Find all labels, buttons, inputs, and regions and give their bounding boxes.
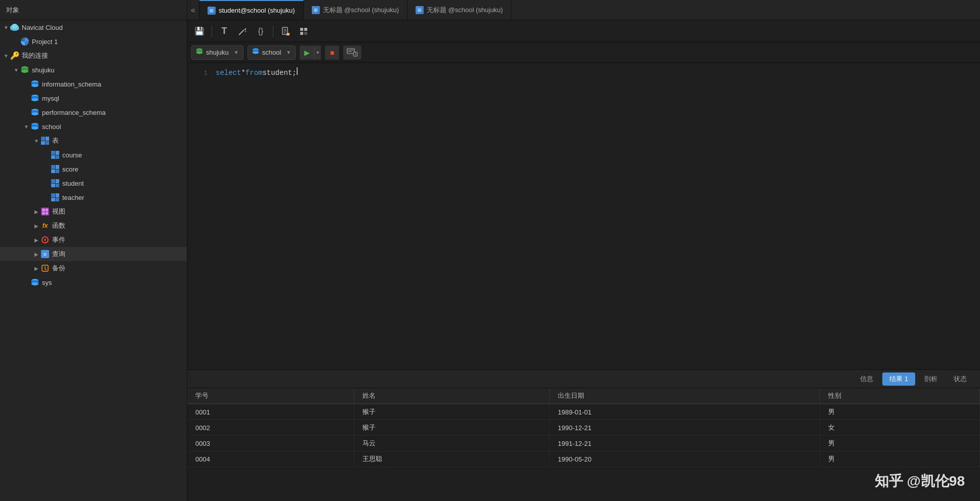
sidebar-item-project1[interactable]: Project 1 bbox=[0, 34, 187, 49]
tab-status[interactable]: 状态 bbox=[947, 372, 974, 386]
functions-icon: fx bbox=[40, 221, 50, 230]
query-keyword-from: from bbox=[246, 67, 263, 79]
query-editor[interactable]: 1 select * from student; bbox=[187, 63, 980, 369]
tab-untitled1[interactable]: ⊞ 无标题 @school (shujuku) bbox=[304, 0, 407, 20]
school-db-icon bbox=[30, 122, 39, 131]
right-panel: 💾 T {} ▼ shujuku ▼ bbox=[187, 20, 980, 501]
svg-point-20 bbox=[44, 239, 46, 241]
svg-point-12 bbox=[31, 98, 38, 101]
col-header-xingming[interactable]: 姓名 bbox=[354, 388, 549, 404]
query-keyword-select: select bbox=[216, 67, 241, 79]
svg-rect-47 bbox=[353, 52, 357, 56]
course-label: course bbox=[62, 151, 82, 159]
chevron-shujuku bbox=[12, 66, 20, 74]
tab-info[interactable]: 信息 bbox=[853, 372, 880, 386]
bottom-panel: 信息 结果 1 剖析 状态 学号 姓名 出生日期 性别 bbox=[187, 369, 980, 501]
query-identifier-student: student; bbox=[262, 67, 296, 79]
run-button[interactable]: ▶ bbox=[300, 46, 314, 60]
table-cell: 男 bbox=[820, 436, 979, 451]
sidebar-item-school[interactable]: school bbox=[0, 119, 187, 134]
sidebar-item-tables[interactable]: 表 bbox=[0, 134, 187, 148]
table-cell: 0004 bbox=[187, 451, 354, 467]
svg-rect-36 bbox=[300, 32, 303, 35]
format-button[interactable]: T bbox=[216, 23, 232, 39]
myconn-label: 我的连接 bbox=[22, 51, 48, 60]
sidebar-item-shujuku[interactable]: shujuku bbox=[0, 63, 187, 77]
toolbar: 💾 T {} ▼ bbox=[187, 20, 980, 43]
table-row: 0001猴子1989-01-01男 bbox=[187, 404, 980, 420]
db2-caret: ▼ bbox=[286, 50, 291, 55]
magic-button[interactable] bbox=[234, 23, 251, 39]
objects-tab[interactable]: 对象 bbox=[0, 0, 187, 20]
events-icon bbox=[40, 235, 50, 244]
sidebar-item-score[interactable]: score bbox=[0, 162, 187, 176]
run-btn-group: ▶ ▼ bbox=[300, 46, 321, 60]
chevron-functions bbox=[32, 222, 40, 230]
sidebar-item-mysql[interactable]: mysql bbox=[0, 91, 187, 105]
objects-label: 对象 bbox=[6, 6, 19, 15]
svg-point-15 bbox=[31, 112, 38, 115]
col-header-chushengriqi[interactable]: 出生日期 bbox=[549, 388, 820, 404]
db1-label: shujuku bbox=[206, 49, 229, 56]
score-label: score bbox=[62, 165, 78, 173]
query-operator-star: * bbox=[241, 67, 245, 79]
sidebar-item-events[interactable]: 事件 bbox=[0, 233, 187, 247]
chevron-views bbox=[32, 207, 40, 216]
table-cell: 0001 bbox=[187, 404, 354, 420]
sidebar-item-views[interactable]: 视图 bbox=[0, 204, 187, 219]
sidebar-item-teacher[interactable]: teacher bbox=[0, 190, 187, 204]
doc-button[interactable]: ▼ bbox=[277, 23, 294, 39]
svg-rect-34 bbox=[300, 28, 303, 31]
info-schema-icon bbox=[30, 79, 39, 89]
sidebar-item-student[interactable]: student bbox=[0, 176, 187, 190]
tab-result[interactable]: 结果 1 bbox=[882, 372, 915, 386]
col-header-xuehao[interactable]: 学号 bbox=[187, 388, 354, 404]
save-button[interactable]: 💾 bbox=[191, 23, 208, 39]
db2-selector[interactable]: school ▼ bbox=[248, 46, 296, 60]
svg-line-25 bbox=[239, 30, 244, 35]
sidebar-item-functions[interactable]: fx 函数 bbox=[0, 219, 187, 233]
tab-analyze[interactable]: 剖析 bbox=[917, 372, 945, 386]
table-cell: 马云 bbox=[354, 436, 549, 451]
table-cell: 猴子 bbox=[354, 420, 549, 436]
db1-selector[interactable]: shujuku ▼ bbox=[191, 46, 243, 60]
col-header-xingbie[interactable]: 性别 bbox=[820, 388, 979, 404]
table-cell: 王思聪 bbox=[354, 451, 549, 467]
sidebar-item-navicat-cloud[interactable]: Navicat Cloud bbox=[0, 20, 187, 34]
db2-label: school bbox=[262, 49, 281, 56]
sidebar-item-course[interactable]: course bbox=[0, 148, 187, 162]
explain-button[interactable] bbox=[343, 46, 361, 60]
db2-icon bbox=[252, 48, 259, 57]
sidebar-item-backup[interactable]: 备份 bbox=[0, 261, 187, 275]
chevron-backup bbox=[32, 264, 40, 272]
tab-overflow-btn[interactable]: « bbox=[187, 0, 199, 20]
chevron-tables bbox=[32, 137, 40, 145]
grid-button[interactable] bbox=[296, 23, 312, 39]
sidebar-item-queries[interactable]: 查询 bbox=[0, 247, 187, 261]
sidebar-item-information-schema[interactable]: information_schema bbox=[0, 77, 187, 91]
svg-point-18 bbox=[31, 127, 38, 130]
shujuku-label: shujuku bbox=[32, 66, 55, 74]
teacher-label: teacher bbox=[62, 194, 84, 201]
tab-untitled1-icon: ⊞ bbox=[312, 6, 320, 14]
sidebar-item-perf-schema[interactable]: performance_schema bbox=[0, 105, 187, 119]
tab-student[interactable]: ⊞ student@school (shujuku) bbox=[199, 0, 304, 20]
table-cell: 女 bbox=[820, 420, 979, 436]
toolbar-sep2 bbox=[273, 25, 273, 37]
run-dropdown[interactable]: ▼ bbox=[314, 46, 321, 60]
db1-icon bbox=[196, 48, 203, 57]
backup-label: 备份 bbox=[52, 264, 65, 273]
sys-icon bbox=[30, 278, 39, 287]
svg-point-9 bbox=[31, 84, 38, 87]
navicat-cloud-label: Navicat Cloud bbox=[22, 24, 63, 31]
query-line-1: 1 select * from student; bbox=[187, 67, 980, 79]
sidebar-item-myconn[interactable]: 🔑 我的连接 bbox=[0, 49, 187, 63]
chevron-events bbox=[32, 236, 40, 244]
braces-button[interactable]: {} bbox=[253, 23, 269, 39]
stop-button[interactable]: ■ bbox=[325, 46, 339, 60]
table-cell: 1990-05-20 bbox=[549, 451, 820, 467]
views-label: 视图 bbox=[52, 207, 65, 216]
tab-untitled2[interactable]: ⊞ 无标题 @school (shujuku) bbox=[407, 0, 511, 20]
sidebar-item-sys[interactable]: sys bbox=[0, 275, 187, 289]
result-table: 学号 姓名 出生日期 性别 0001猴子1989-01-01男0002猴子199… bbox=[187, 388, 980, 467]
